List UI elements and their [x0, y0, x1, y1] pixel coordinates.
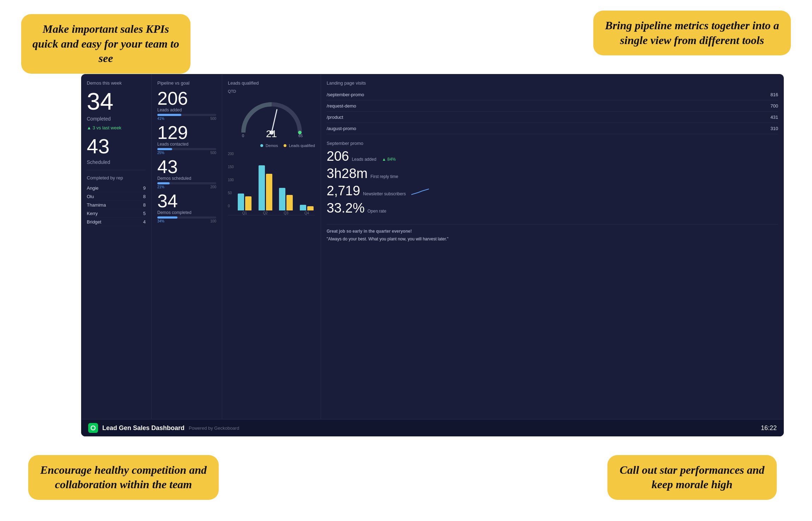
promo-change: ▲ 84% [382, 157, 396, 162]
demos-scheduled-label: Scheduled [87, 159, 146, 165]
bar-pair [238, 154, 252, 210]
pipeline-big-number: 129 [157, 123, 216, 142]
rep-value: 4 [143, 219, 146, 225]
rep-section-title: Completed by rep [87, 175, 146, 180]
progress-bar-fill [157, 114, 181, 116]
progress-bar [157, 182, 216, 184]
bar-quarter-label: Q4 [304, 211, 309, 215]
progress-pct: 41% [157, 117, 164, 121]
bar-group: Q3 [278, 154, 295, 215]
leads-subtitle: QTD [228, 89, 315, 93]
promo-big-value: 2,719 [327, 183, 360, 198]
promo-sublabel: First reply time [370, 174, 398, 179]
progress-pct: 21% [157, 185, 164, 189]
promo-metric-item: 2,719 Newsletter subscribers [327, 183, 778, 198]
progress-bar [157, 114, 216, 116]
progress-labels: 41% 500 [157, 117, 216, 121]
rep-name: Kerry [87, 211, 98, 216]
legend-leads-dot [284, 144, 286, 147]
svg-text:0: 0 [242, 134, 244, 138]
bar-quarter-label: Q2 [263, 211, 267, 215]
landing-row: /product431 [327, 112, 778, 123]
progress-max: 500 [210, 151, 216, 155]
landing-row: /september-promo816 [327, 89, 778, 100]
landing-path: /product [327, 115, 343, 120]
progress-max: 500 [210, 117, 216, 121]
footer-logo [88, 423, 98, 433]
svg-point-4 [298, 131, 302, 134]
pipeline-big-number: 206 [157, 89, 216, 108]
bar-leads [266, 174, 272, 210]
callout-bottom-right: Call out star performances and keep mora… [607, 455, 777, 500]
pipeline-metric-item: 43 Demos scheduled 21% 200 [157, 158, 216, 189]
promo-metric-item: 33.2% Open rate [327, 201, 778, 216]
bar-leads [245, 196, 252, 210]
leads-panel-title: Leads qualified [228, 80, 315, 86]
demos-completed-number: 34 [87, 89, 146, 113]
callout-bottom-left: Encourage healthy competition and collab… [28, 455, 219, 500]
bar-leads [307, 206, 314, 210]
rep-name: Olu [87, 194, 94, 199]
rep-value: 8 [143, 202, 146, 208]
promo-big-value: 3h28m [327, 166, 368, 181]
promo-sublabel: Open rate [368, 209, 386, 214]
landing-count: 431 [770, 115, 778, 120]
progress-max: 200 [210, 185, 216, 189]
bar-pair [259, 154, 272, 210]
reps-list: Angie9Olu8Thamima8Kerry5Bridget4 [87, 184, 146, 226]
progress-bar-fill [157, 182, 170, 184]
demos-scheduled-number: 43 [87, 136, 146, 157]
promo-sublabel: Leads added [352, 157, 376, 162]
promo-section: September promo 206 Leads added ▲ 84% 3h… [327, 141, 778, 218]
chart-legend: Demos Leads qualified [228, 143, 315, 148]
footer-time: 16:22 [761, 424, 777, 432]
legend-demos-label: Demos [266, 143, 278, 148]
legend-demos: Demos [260, 143, 278, 148]
bar-quarter-label: Q1 [242, 211, 247, 215]
bar-chart-content: Q1 Q2 Q3 Q4 [236, 159, 315, 215]
pipeline-metric-item: 129 Leads contacted 25% 500 [157, 123, 216, 155]
demos-completed-label: Completed [87, 116, 146, 122]
rep-row: Thamima8 [87, 201, 146, 209]
progress-max: 100 [210, 219, 216, 223]
footer-left: Lead Gen Sales Dashboard Powered by Geck… [88, 423, 239, 433]
bar-group: Q2 [257, 154, 274, 215]
landing-row: /august-promo310 [327, 123, 778, 134]
demos-panel: Demos this week 34 Completed ▲ 3 vs last… [81, 74, 152, 419]
y-label-100: 100 [228, 178, 234, 182]
progress-bar [157, 216, 216, 219]
bar-pair [300, 154, 314, 210]
dashboard: Demos this week 34 Completed ▲ 3 vs last… [81, 74, 784, 436]
footer-powered: Powered by Geckoboard [189, 425, 239, 431]
demos-panel-title: Demos this week [87, 80, 146, 86]
rep-name: Angie [87, 185, 98, 191]
promo-big-value: 33.2% [327, 201, 365, 216]
dashboard-footer: Lead Gen Sales Dashboard Powered by Geck… [81, 419, 784, 436]
rep-row: Kerry5 [87, 209, 146, 218]
progress-bar [157, 148, 216, 150]
landing-rows: /september-promo816/request-demo700/prod… [327, 89, 778, 134]
pipeline-panel: Pipeline vs goal 206 Leads added 41% 500… [152, 74, 222, 419]
great-job-section: Great job so early in the quarter everyo… [327, 224, 778, 242]
bar-demos [238, 194, 244, 210]
pipeline-metrics: 206 Leads added 41% 500 129 Leads contac… [157, 89, 216, 226]
landing-count: 310 [770, 126, 778, 131]
promo-metrics: 206 Leads added ▲ 84% 3h28m First reply … [327, 149, 778, 216]
pipeline-big-number: 34 [157, 192, 216, 210]
svg-text:65: 65 [298, 134, 303, 138]
landing-panel: Landing page visits /september-promo816/… [321, 74, 784, 419]
landing-panel-title: Landing page visits [327, 80, 778, 86]
landing-path: /september-promo [327, 92, 364, 97]
y-labels: 200 150 100 50 0 [228, 152, 234, 208]
pipeline-panel-title: Pipeline vs goal [157, 80, 216, 86]
promo-metric-item: 206 Leads added ▲ 84% [327, 149, 778, 164]
gauge-value: 21 [266, 128, 277, 140]
progress-pct: 25% [157, 151, 164, 155]
legend-leads: Leads qualified [284, 143, 315, 148]
divider [87, 170, 146, 170]
pipeline-big-number: 43 [157, 158, 216, 176]
landing-path: /request-demo [327, 103, 356, 109]
dashboard-body: Demos this week 34 Completed ▲ 3 vs last… [81, 74, 784, 419]
leads-panel: Leads qualified QTD 0 65 [222, 74, 321, 419]
rep-name: Thamima [87, 202, 106, 208]
